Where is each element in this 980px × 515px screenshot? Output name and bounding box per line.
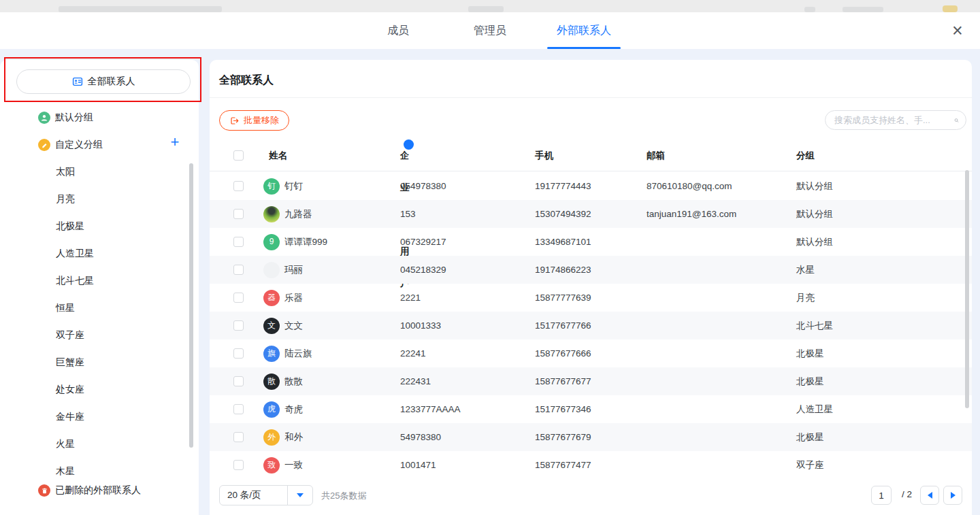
trash-icon bbox=[38, 484, 50, 497]
row-checkbox[interactable] bbox=[233, 348, 244, 359]
current-page-input[interactable]: 1 bbox=[871, 486, 892, 505]
phone-cell: 19174866223 bbox=[535, 256, 591, 284]
search-icon[interactable] bbox=[954, 115, 959, 126]
sidebar-group-item[interactable]: 恒星 bbox=[0, 294, 199, 321]
group-cell: 双子座 bbox=[796, 451, 824, 479]
page-size-select[interactable]: 20 条/页 bbox=[219, 485, 313, 505]
table-row[interactable]: 9 谭谭谭999 067329217 13349687101 默认分组 bbox=[210, 228, 972, 256]
user-id-cell: 2221 bbox=[400, 284, 421, 312]
sidebar-group-item[interactable]: 太阳 bbox=[0, 158, 199, 185]
sidebar-item-deleted-contacts[interactable]: 已删除的外部联系人 bbox=[0, 482, 199, 499]
avatar: 旗 bbox=[263, 346, 280, 362]
total-count-label: 共25条数据 bbox=[321, 490, 366, 502]
close-icon[interactable]: × bbox=[946, 19, 969, 42]
tab-admins[interactable]: 管理员 bbox=[474, 12, 506, 49]
column-header-group: 分组 bbox=[796, 139, 815, 171]
table-scrollbar[interactable] bbox=[965, 170, 969, 408]
sidebar-scrollbar[interactable] bbox=[189, 163, 193, 448]
sidebar-group-item[interactable]: 北极星 bbox=[0, 212, 199, 239]
next-page-button[interactable] bbox=[943, 486, 962, 505]
divider bbox=[210, 97, 972, 98]
table-row[interactable]: 文 文文 10001333 15177677766 北斗七星 bbox=[210, 312, 972, 339]
avatar: 文 bbox=[263, 318, 280, 334]
contact-name: 和外 bbox=[284, 423, 303, 451]
row-checkbox[interactable] bbox=[233, 265, 244, 275]
user-id-cell: 222431 bbox=[400, 367, 431, 395]
table-row[interactable]: 九路器 153 15307494392 tanjuan191@163.com 默… bbox=[210, 200, 972, 228]
table-row[interactable]: 玛丽 045218329 19174866223 水星 bbox=[210, 256, 972, 284]
contact-name-cell: 钉 钉钉 bbox=[263, 172, 303, 200]
avatar bbox=[263, 262, 280, 278]
user-id-cell: 1233777AAAA bbox=[400, 395, 461, 423]
group-cell: 北极星 bbox=[796, 339, 824, 367]
prev-page-button[interactable] bbox=[920, 486, 939, 505]
sidebar-group-item[interactable]: 双子座 bbox=[0, 321, 199, 348]
avatar bbox=[263, 206, 280, 222]
help-icon[interactable]: ? bbox=[404, 139, 414, 150]
contact-name: 乐器 bbox=[284, 284, 303, 312]
person-icon bbox=[38, 112, 50, 124]
sidebar-group-item[interactable]: 木星 bbox=[0, 457, 199, 484]
row-checkbox[interactable] bbox=[233, 209, 244, 219]
custom-group-list: 太阳月亮北极星人造卫星北斗七星恒星双子座巨蟹座处女座金牛座火星木星 bbox=[0, 158, 199, 484]
row-checkbox[interactable] bbox=[233, 376, 244, 386]
user-id-cell: 054978380 bbox=[400, 172, 446, 200]
sidebar-item-default-group[interactable]: 默认分组 bbox=[0, 109, 199, 127]
phone-cell: 13349687101 bbox=[535, 228, 591, 256]
contact-name-cell: 器 乐器 bbox=[263, 284, 303, 312]
search-box[interactable] bbox=[825, 110, 966, 130]
main-panel: 全部联系人 批量移除 姓名 企业内用户ID? 手机 邮箱 分组 bbox=[210, 60, 972, 515]
sidebar-group-item[interactable]: 处女座 bbox=[0, 376, 199, 403]
table-row[interactable]: 致 一致 1001471 15877677477 双子座 bbox=[210, 451, 972, 479]
dimmed-blob bbox=[59, 6, 222, 12]
row-checkbox[interactable] bbox=[233, 293, 244, 303]
table-row[interactable]: 旗 陆云旗 22241 15877677666 北极星 bbox=[210, 339, 972, 367]
sidebar-group-item[interactable]: 人造卫星 bbox=[0, 239, 199, 267]
table-row[interactable]: 散 散散 222431 15877677677 北极星 bbox=[210, 367, 972, 395]
contact-name: 九路器 bbox=[284, 200, 312, 228]
email-cell: tanjuan191@163.com bbox=[647, 200, 736, 228]
group-cell: 北极星 bbox=[796, 423, 824, 451]
sidebar-group-item[interactable]: 月亮 bbox=[0, 185, 199, 212]
search-input[interactable] bbox=[834, 115, 954, 125]
contact-name-cell: 9 谭谭谭999 bbox=[263, 228, 327, 256]
all-contacts-button[interactable]: 全部联系人 bbox=[16, 69, 191, 94]
dimmed-blob bbox=[943, 5, 958, 12]
table-header: 姓名 企业内用户ID? 手机 邮箱 分组 bbox=[210, 139, 972, 171]
row-checkbox[interactable] bbox=[233, 404, 244, 414]
row-checkbox[interactable] bbox=[233, 432, 244, 442]
phone-cell: 15877777639 bbox=[535, 284, 591, 312]
avatar: 钉 bbox=[263, 178, 280, 195]
sidebar-group-item[interactable]: 北斗七星 bbox=[0, 267, 199, 294]
remove-export-icon bbox=[229, 116, 240, 126]
sidebar-group-item[interactable]: 巨蟹座 bbox=[0, 348, 199, 376]
row-checkbox[interactable] bbox=[233, 320, 244, 331]
tab-external-contacts[interactable]: 外部联系人 bbox=[547, 12, 621, 49]
row-checkbox[interactable] bbox=[233, 460, 244, 470]
batch-remove-button[interactable]: 批量移除 bbox=[219, 110, 289, 131]
row-checkbox[interactable] bbox=[233, 237, 244, 247]
tab-members[interactable]: 成员 bbox=[387, 12, 409, 49]
dimmed-blob bbox=[468, 6, 504, 12]
dimmed-blob bbox=[804, 7, 815, 12]
contact-name-cell: 致 一致 bbox=[263, 451, 303, 479]
table-row[interactable]: 钉 钉钉 054978380 19177774443 870610180@qq.… bbox=[210, 172, 972, 200]
table-row[interactable]: 虎 奇虎 1233777AAAA 15177677346 人造卫星 bbox=[210, 395, 972, 423]
sidebar-group-item[interactable]: 金牛座 bbox=[0, 403, 199, 430]
row-checkbox[interactable] bbox=[233, 181, 244, 191]
contact-name: 散散 bbox=[284, 367, 303, 395]
user-id-cell: 153 bbox=[400, 200, 416, 228]
phone-cell: 15877677666 bbox=[535, 339, 591, 367]
group-cell: 人造卫星 bbox=[796, 395, 833, 423]
add-group-icon[interactable]: + bbox=[166, 133, 184, 151]
contact-name: 玛丽 bbox=[284, 256, 303, 284]
contact-name-cell: 外 和外 bbox=[263, 423, 303, 451]
select-all-checkbox[interactable] bbox=[233, 150, 244, 161]
chevron-down-icon[interactable] bbox=[288, 493, 312, 497]
phone-cell: 15177677346 bbox=[535, 395, 591, 423]
sidebar-group-item[interactable]: 火星 bbox=[0, 430, 199, 457]
table-row[interactable]: 器 乐器 2221 15877777639 月亮 bbox=[210, 284, 972, 312]
dimmed-blob bbox=[843, 7, 883, 12]
table-row[interactable]: 外 和外 54978380 15877677679 北极星 bbox=[210, 423, 972, 451]
contact-name-cell: 文 文文 bbox=[263, 312, 303, 339]
